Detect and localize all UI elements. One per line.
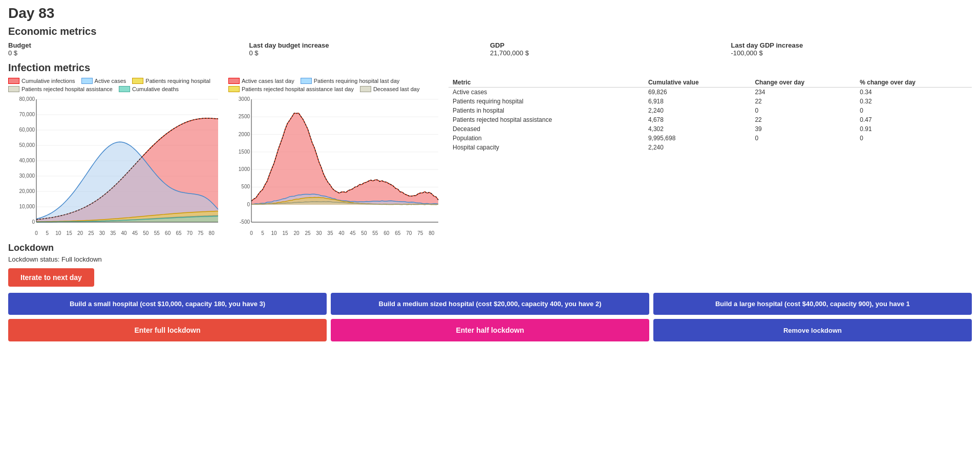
legend-item: Cumulative infections [8,78,75,84]
econ-label: Last day GDP increase [731,41,972,49]
table-row: Patients in hospital2,24000 [449,106,972,115]
chart1-legend: Cumulative infectionsActive casesPatient… [8,78,223,92]
table-cell: Deceased [449,124,644,134]
table-cell: 39 [751,124,856,134]
legend-item: Active cases [81,78,126,84]
table-cell [856,143,972,152]
legend-label: Patients rejected hospital assistance la… [242,86,354,92]
table-row: Patients requiring hospital6,918220.32 [449,97,972,106]
table-header: Metric [449,78,644,88]
legend-color-swatch [132,78,143,84]
table-row: Active cases69,8262340.34 [449,88,972,97]
legend-item: Patients rejected hospital assistance la… [228,86,354,92]
table-cell: 22 [751,97,856,106]
economic-grid: Budget0 $Last day budget increase0 $GDP2… [8,41,972,57]
econ-label: GDP [490,41,731,49]
legend-label: Cumulative infections [22,78,75,84]
table-row: Patients rejected hospital assistance4,6… [449,115,972,124]
legend-color-swatch [228,86,240,92]
lockdown-button[interactable]: Remove lockdown [653,319,972,341]
econ-label: Last day budget increase [249,41,491,49]
hospital-button[interactable]: Build a large hospital (cost $40,000, ca… [653,293,972,315]
econ-item: GDP21,700,000 $ [490,41,731,57]
legend-color-swatch [81,78,93,84]
econ-value: 21,700,000 $ [490,49,731,57]
table-cell: 22 [751,115,856,124]
chart1-wrapper: Cumulative infectionsActive casesPatient… [8,78,223,238]
chart1-canvas [8,94,223,238]
table-header: Cumulative value [644,78,751,88]
chart2-canvas [228,94,443,238]
table-header: % change over day [856,78,972,88]
legend-color-swatch [228,78,240,84]
legend-color-swatch [8,78,19,84]
chart2-legend: Active cases last dayPatients requiring … [228,78,443,92]
iterate-button[interactable]: Iterate to next day [8,268,94,287]
table-cell: 2,240 [644,143,751,152]
econ-item: Last day GDP increase-100,000 $ [731,41,972,57]
lockdown-title: Lockdown [8,243,972,253]
legend-item: Patients rejected hospital assistance [8,86,113,92]
legend-label: Cumulative deaths [132,86,179,92]
lockdown-button[interactable]: Enter half lockdown [331,319,649,341]
economic-title: Economic metrics [8,26,972,37]
table-cell: 0.32 [856,97,972,106]
legend-item: Deceased last day [360,86,420,92]
legend-color-swatch [8,86,19,92]
metrics-table: MetricCumulative valueChange over day% c… [449,78,972,152]
econ-value: 0 $ [8,49,249,57]
legend-label: Active cases last day [242,78,294,84]
legend-label: Patients rejected hospital assistance [22,86,113,92]
table-cell: Patients in hospital [449,106,644,115]
hospital-buttons-row: Build a small hospital (cost $10,000, ca… [8,293,972,315]
lockdown-buttons-row: Enter full lockdownEnter half lockdownRe… [8,319,972,341]
legend-item: Active cases last day [228,78,294,84]
lockdown-button[interactable]: Enter full lockdown [8,319,327,341]
table-cell: Active cases [449,88,644,97]
legend-color-swatch [301,78,312,84]
lockdown-section: Lockdown Lockdown status: Full lockdown … [8,243,972,341]
table-cell: 69,826 [644,88,751,97]
econ-value: -100,000 $ [731,49,972,57]
table-cell: Patients rejected hospital assistance [449,115,644,124]
table-cell: 9,995,698 [644,134,751,143]
infection-title: Infection metrics [8,62,972,74]
table-cell: 0.47 [856,115,972,124]
legend-label: Deceased last day [373,86,420,92]
table-cell: 0 [856,106,972,115]
econ-label: Budget [8,41,249,49]
table-row: Deceased4,302390.91 [449,124,972,134]
lockdown-status: Lockdown status: Full lockdown [8,255,972,263]
table-cell: Hospital capacity [449,143,644,152]
table-cell [751,143,856,152]
legend-label: Patients requiring hospital [145,78,210,84]
hospital-button[interactable]: Build a medium sized hospital (cost $20,… [331,293,649,315]
table-cell: 4,678 [644,115,751,124]
legend-label: Patients requiring hospital last day [314,78,400,84]
charts-and-table: Cumulative infectionsActive casesPatient… [8,78,972,238]
table-cell: 4,302 [644,124,751,134]
table-cell: 0.91 [856,124,972,134]
econ-value: 0 $ [249,49,491,57]
table-cell: Population [449,134,644,143]
table-cell: 0 [751,106,856,115]
legend-color-swatch [360,86,371,92]
econ-item: Budget0 $ [8,41,249,57]
table-cell: 2,240 [644,106,751,115]
table-cell: 0 [751,134,856,143]
table-row: Hospital capacity2,240 [449,143,972,152]
table-cell: 6,918 [644,97,751,106]
page-title: Day 83 [8,5,972,22]
economic-section: Economic metrics Budget0 $Last day budge… [8,26,972,57]
table-cell: 234 [751,88,856,97]
table-header: Change over day [751,78,856,88]
legend-color-swatch [119,86,130,92]
legend-item: Patients requiring hospital [132,78,210,84]
hospital-button[interactable]: Build a small hospital (cost $10,000, ca… [8,293,327,315]
infection-section: Infection metrics Cumulative infectionsA… [8,62,972,238]
table-cell: Patients requiring hospital [449,97,644,106]
legend-item: Cumulative deaths [119,86,179,92]
chart2-wrapper: Active cases last dayPatients requiring … [228,78,443,238]
legend-label: Active cases [95,78,126,84]
table-cell: 0.34 [856,88,972,97]
